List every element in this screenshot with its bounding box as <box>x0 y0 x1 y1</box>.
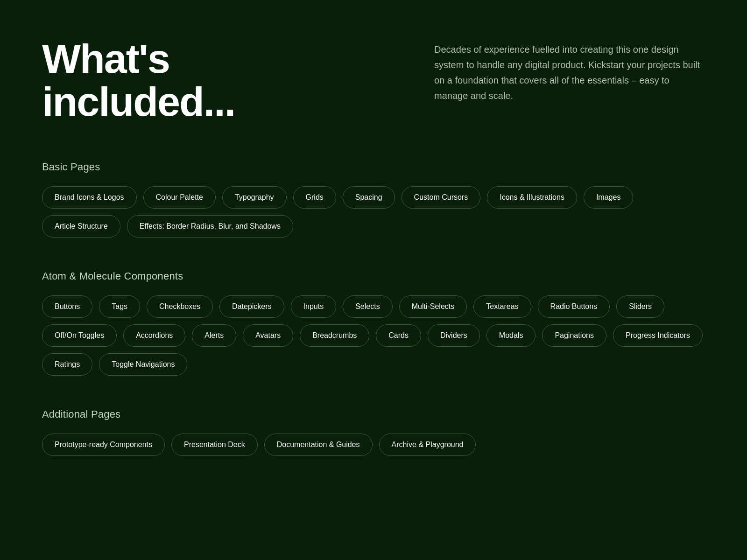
tag-paginations[interactable]: Paginations <box>542 324 606 347</box>
tag-toggle-navigations[interactable]: Toggle Navigations <box>99 353 187 376</box>
tag-dividers[interactable]: Dividers <box>428 324 480 347</box>
tag-images[interactable]: Images <box>584 186 633 209</box>
tag-spacing[interactable]: Spacing <box>343 186 395 209</box>
section-atom-molecule: Atom & Molecule ComponentsButtonsTagsChe… <box>42 270 705 376</box>
tag-tags[interactable]: Tags <box>99 295 140 318</box>
section-additional-pages: Additional PagesPrototype-ready Componen… <box>42 408 705 456</box>
tag-ratings[interactable]: Ratings <box>42 353 92 376</box>
section-title-additional-pages: Additional Pages <box>42 408 705 420</box>
tag-radio-buttons[interactable]: Radio Buttons <box>538 295 610 318</box>
tag-modals[interactable]: Modals <box>486 324 536 347</box>
tag-breadcrumbs[interactable]: Breadcrumbs <box>300 324 369 347</box>
section-title-basic-pages: Basic Pages <box>42 161 705 173</box>
tag-archive---playground[interactable]: Archive & Playground <box>379 434 476 456</box>
tag-article-structure[interactable]: Article Structure <box>42 215 120 238</box>
hero-description: Decades of experience fuelled into creat… <box>434 42 705 104</box>
tag-presentation-deck[interactable]: Presentation Deck <box>171 434 258 456</box>
tag-off-on-toggles[interactable]: Off/On Toggles <box>42 324 117 347</box>
section-basic-pages: Basic PagesBrand Icons & LogosColour Pal… <box>42 161 705 238</box>
tag-icons---illustrations[interactable]: Icons & Illustrations <box>487 186 577 209</box>
tag-cards[interactable]: Cards <box>376 324 421 347</box>
section-title-atom-molecule: Atom & Molecule Components <box>42 270 705 282</box>
tags-container-additional-pages: Prototype-ready ComponentsPresentation D… <box>42 434 705 456</box>
tag-typography[interactable]: Typography <box>222 186 287 209</box>
tag-textareas[interactable]: Textareas <box>473 295 531 318</box>
tag-accordions[interactable]: Accordions <box>123 324 185 347</box>
tag-alerts[interactable]: Alerts <box>192 324 236 347</box>
tag-brand-icons---logos[interactable]: Brand Icons & Logos <box>42 186 137 209</box>
page-title: What's included... <box>42 37 285 124</box>
tag-selects[interactable]: Selects <box>343 295 392 318</box>
tag-progress-indicators[interactable]: Progress Indicators <box>613 324 703 347</box>
tag-prototype-ready-components[interactable]: Prototype-ready Components <box>42 434 165 456</box>
tag-colour-palette[interactable]: Colour Palette <box>143 186 216 209</box>
tag-buttons[interactable]: Buttons <box>42 295 92 318</box>
tags-container-atom-molecule: ButtonsTagsCheckboxesDatepickersInputsSe… <box>42 295 705 376</box>
tag-multi-selects[interactable]: Multi-Selects <box>399 295 467 318</box>
tag-avatars[interactable]: Avatars <box>243 324 293 347</box>
hero-section: What's included... Decades of experience… <box>42 37 705 124</box>
tag-custom-cursors[interactable]: Custom Cursors <box>402 186 481 209</box>
tag-datepickers[interactable]: Datepickers <box>219 295 284 318</box>
tag-checkboxes[interactable]: Checkboxes <box>147 295 213 318</box>
tag-inputs[interactable]: Inputs <box>291 295 337 318</box>
tag-documentation---guides[interactable]: Documentation & Guides <box>264 434 373 456</box>
tags-container-basic-pages: Brand Icons & LogosColour PaletteTypogra… <box>42 186 705 238</box>
tag-effects--border-radius--blur--and-shadows[interactable]: Effects: Border Radius, Blur, and Shadow… <box>127 215 293 238</box>
sections-container: Basic PagesBrand Icons & LogosColour Pal… <box>42 161 705 456</box>
tag-sliders[interactable]: Sliders <box>616 295 664 318</box>
tag-grids[interactable]: Grids <box>293 186 336 209</box>
